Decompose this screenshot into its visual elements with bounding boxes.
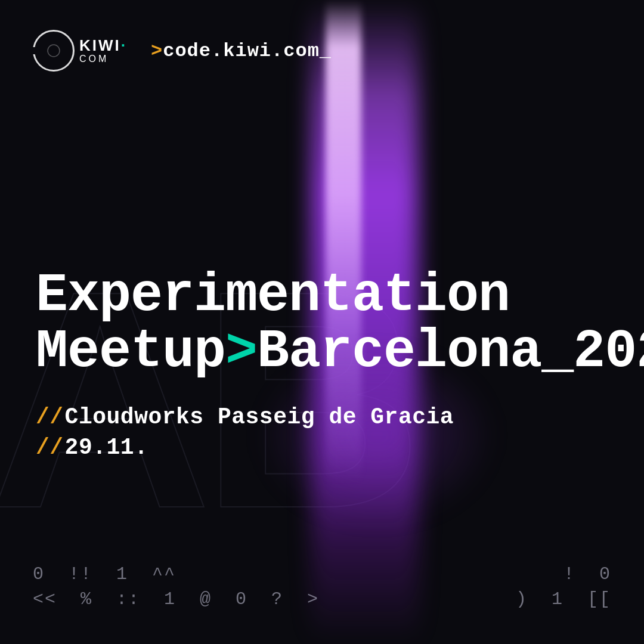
date-text: 29.11. (65, 435, 148, 460)
sym-rparen: ) (516, 589, 528, 609)
sym-0-3: 0 (236, 589, 247, 609)
sym-lshift: << (33, 589, 57, 609)
sym-at: @ (200, 589, 212, 609)
sym-1-2: 1 (164, 589, 176, 609)
header-url: >code.kiwi.com_ (151, 40, 332, 62)
kiwi-icon (45, 42, 62, 59)
title-arrow: > (225, 321, 257, 382)
sym-1-1: 1 (116, 564, 128, 584)
header: KIWI· COM >code.kiwi.com_ (0, 0, 644, 72)
sym-caret-caret: ^^ (152, 564, 176, 584)
title-line1: Experimentation (36, 268, 608, 324)
sym-question: ? (271, 589, 283, 609)
main-canvas: AB KIWI· COM >code.kiwi. (0, 0, 644, 644)
title-suffix: _2023 (541, 321, 644, 382)
sym-0-2: 0 (599, 564, 611, 584)
sym-1-3: 1 (552, 589, 564, 609)
sym-excl-excl: !! (69, 564, 92, 584)
sym-percent: % (80, 589, 92, 609)
symbols-row-1: 0 !! 1 ^^ ! 0 (33, 564, 611, 584)
logo-com-text: COM (79, 54, 109, 64)
sym-doublecolon: :: (116, 589, 140, 609)
event-title: Experimentation Meetup>Barcelona_2023 (36, 268, 608, 380)
sym-double-lbracket: [[ (587, 589, 611, 609)
url-arrow: > (151, 40, 163, 62)
title-line2: Meetup>Barcelona_2023 (36, 324, 608, 380)
symbols-row-2: << % :: 1 @ 0 ? > ) 1 [[ (33, 589, 611, 609)
detail-date: //29.11. (36, 435, 608, 460)
logo-dot-symbol: · (121, 36, 127, 54)
kiwi-word: KIWI (79, 36, 121, 54)
detail-venue: //Cloudworks Passeig de Gracia (36, 404, 608, 430)
logo-kiwi-text: KIWI· (79, 38, 127, 53)
svg-point-0 (48, 45, 60, 57)
sym-row1-right: ! 0 (564, 564, 611, 584)
main-event-content: Experimentation Meetup>Barcelona_2023 //… (0, 83, 644, 644)
sym-row2-right: ) 1 [[ (516, 589, 611, 609)
sym-excl: ! (564, 564, 575, 584)
logo-wrapper: KIWI· COM (33, 30, 127, 72)
title-barcelona: Barcelona (257, 321, 541, 382)
logo-text-group: KIWI· COM (79, 38, 127, 64)
slash1: // (36, 404, 64, 430)
url-text: code.kiwi.com (163, 40, 320, 62)
logo-circle (33, 30, 75, 72)
sym-row1-left: 0 !! 1 ^^ (33, 564, 176, 584)
symbols-section: 0 !! 1 ^^ ! 0 << % :: 1 @ 0 ? (0, 564, 644, 644)
content-layer: KIWI· COM >code.kiwi.com_ Experimentatio… (0, 0, 644, 644)
slash2: // (36, 435, 64, 460)
url-cursor: _ (320, 40, 332, 62)
event-details: //Cloudworks Passeig de Gracia //29.11. (36, 404, 608, 460)
sym-row2-left: << % :: 1 @ 0 ? > (33, 589, 319, 609)
sym-gt: > (307, 589, 319, 609)
venue-text: Cloudworks Passeig de Gracia (65, 404, 454, 430)
sym-0-1: 0 (33, 564, 45, 584)
title-meetup: Meetup (36, 321, 225, 382)
